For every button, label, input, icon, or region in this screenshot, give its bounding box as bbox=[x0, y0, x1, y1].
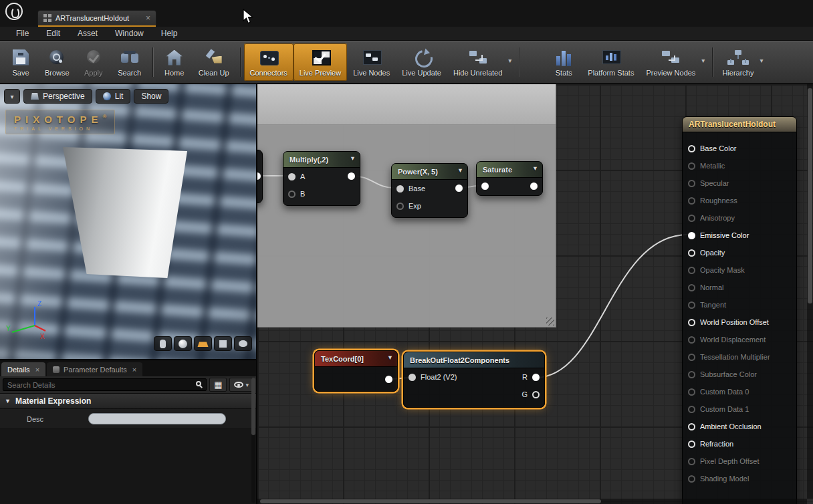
details-scrollbar[interactable] bbox=[251, 378, 255, 503]
graph-horizontal-scrollbar[interactable] bbox=[257, 499, 807, 504]
output-pin-g[interactable] bbox=[532, 391, 540, 398]
show-button[interactable]: Show bbox=[134, 89, 168, 104]
node-header[interactable]: BreakOutFloat2Components bbox=[404, 352, 544, 368]
pin-circle[interactable] bbox=[688, 249, 695, 257]
result-pin[interactable]: Pixel Depth Offset bbox=[683, 453, 796, 470]
power-node[interactable]: Power(X, 5) Base Exp bbox=[391, 163, 468, 218]
clipped-node[interactable] bbox=[257, 150, 263, 203]
output-pin[interactable] bbox=[385, 376, 392, 383]
result-pin[interactable]: Tangent bbox=[683, 296, 796, 313]
pin-circle[interactable] bbox=[688, 388, 695, 396]
cleanup-button[interactable]: Clean Up bbox=[193, 43, 235, 81]
texcoord-node[interactable]: TexCoord[0] bbox=[314, 350, 398, 392]
result-pin[interactable]: Refraction bbox=[683, 435, 796, 453]
node-header[interactable]: TexCoord[0] bbox=[315, 351, 397, 367]
breakout-float2-node[interactable]: BreakOutFloat2Components Float2 (V2) R G bbox=[403, 352, 545, 408]
connectors-button[interactable]: Connectors bbox=[244, 43, 294, 81]
scrollbar-thumb[interactable] bbox=[260, 499, 601, 503]
teapot-shape-button[interactable] bbox=[234, 336, 252, 351]
menu-item[interactable]: Edit bbox=[38, 27, 68, 39]
search-button[interactable]: Search bbox=[112, 43, 148, 81]
input-pin-base[interactable] bbox=[396, 185, 404, 193]
plane-shape-button[interactable] bbox=[194, 336, 212, 351]
live-nodes-button[interactable]: Live Nodes bbox=[347, 43, 396, 81]
node-header[interactable]: Saturate bbox=[477, 162, 542, 178]
pin-circle[interactable] bbox=[688, 458, 695, 465]
menu-item[interactable]: File bbox=[8, 27, 37, 39]
result-pin[interactable]: World Displacement bbox=[683, 331, 796, 348]
pin-circle[interactable] bbox=[688, 267, 695, 274]
pin-circle[interactable] bbox=[688, 162, 695, 170]
stats-button[interactable]: Stats bbox=[546, 43, 582, 81]
input-pin-a[interactable] bbox=[288, 173, 296, 180]
result-pin[interactable]: World Position Offset bbox=[683, 313, 796, 331]
pin-circle[interactable] bbox=[688, 232, 695, 239]
input-pin-b[interactable] bbox=[288, 191, 296, 198]
preview-nodes-button[interactable]: Preview Nodes bbox=[640, 43, 707, 81]
live-preview-button[interactable]: Live Preview bbox=[294, 43, 347, 81]
output-pin[interactable] bbox=[348, 172, 355, 180]
result-pin[interactable]: Subsurface Color bbox=[683, 366, 796, 383]
node-header[interactable]: Multiply(,2) bbox=[283, 152, 360, 168]
material-expression-section-header[interactable]: ▼ Material Expression bbox=[0, 394, 256, 409]
result-pin[interactable]: Custom Data 0 bbox=[683, 383, 796, 400]
output-pin-r[interactable] bbox=[532, 374, 540, 381]
cube-shape-button[interactable] bbox=[214, 336, 232, 351]
pin-circle[interactable] bbox=[688, 301, 695, 309]
home-button[interactable]: Home bbox=[156, 43, 193, 81]
input-pin-float2[interactable] bbox=[409, 374, 416, 381]
tab-details[interactable]: Details × bbox=[1, 362, 45, 376]
saturate-node[interactable]: Saturate bbox=[476, 161, 543, 196]
resize-handle-icon[interactable] bbox=[546, 318, 554, 326]
result-pin[interactable]: Opacity bbox=[683, 244, 796, 261]
save-button[interactable]: Save bbox=[3, 43, 39, 81]
material-graph-canvas[interactable]: Multiply(,2) A B Power(X, 5) Base Exp Sa… bbox=[257, 84, 813, 504]
lit-button[interactable]: Lit bbox=[96, 89, 131, 104]
tab-parameter-defaults[interactable]: Parameter Defaults × bbox=[47, 362, 142, 376]
cylinder-shape-button[interactable] bbox=[154, 336, 172, 351]
pin-circle[interactable] bbox=[688, 475, 695, 483]
result-pin[interactable]: Normal bbox=[683, 279, 796, 296]
result-pin[interactable]: Tessellation Multiplier bbox=[683, 348, 796, 366]
scrollbar-thumb[interactable] bbox=[808, 88, 812, 303]
collapse-caret-icon[interactable] bbox=[350, 155, 356, 162]
pin-circle[interactable] bbox=[688, 440, 695, 448]
result-pin[interactable]: Base Color bbox=[683, 140, 796, 157]
result-pin[interactable]: Opacity Mask bbox=[683, 261, 796, 279]
platform-stats-button[interactable]: Platform Stats bbox=[582, 43, 640, 81]
node-header[interactable]: ARTranslucentHoldout bbox=[683, 117, 796, 132]
perspective-button[interactable]: Perspective bbox=[23, 89, 92, 104]
input-pin-exp[interactable] bbox=[396, 203, 404, 210]
viewport-options-button[interactable]: ▾ bbox=[4, 89, 20, 104]
menu-item[interactable]: Window bbox=[107, 27, 152, 39]
tab-close-button[interactable]: × bbox=[132, 366, 136, 374]
pin-circle[interactable] bbox=[688, 354, 695, 361]
result-pin[interactable]: Shading Model bbox=[683, 470, 796, 487]
result-pin[interactable]: Specular bbox=[683, 174, 796, 192]
graph-vertical-scrollbar[interactable] bbox=[807, 84, 813, 499]
result-pin[interactable]: Custom Data 1 bbox=[683, 400, 796, 418]
menu-item[interactable]: Asset bbox=[70, 27, 106, 39]
output-pin[interactable] bbox=[530, 182, 538, 190]
pin-circle[interactable] bbox=[688, 423, 695, 430]
sphere-shape-button[interactable] bbox=[174, 336, 192, 351]
pin-circle[interactable] bbox=[688, 197, 695, 205]
material-result-node[interactable]: ARTranslucentHoldout Base Color Metallic… bbox=[682, 116, 797, 504]
output-pin[interactable] bbox=[455, 184, 463, 192]
preview-viewport[interactable]: ▾ Perspective Lit Show PIXOTOPE® TRIAL V… bbox=[0, 84, 256, 359]
search-details-input[interactable] bbox=[3, 378, 207, 391]
collapse-caret-icon[interactable] bbox=[387, 354, 393, 361]
pin-circle[interactable] bbox=[688, 406, 695, 413]
desc-input[interactable] bbox=[88, 413, 226, 424]
apply-button[interactable]: Apply bbox=[76, 43, 112, 81]
display-filter-button[interactable]: ▦ bbox=[209, 378, 227, 392]
pin-circle[interactable] bbox=[688, 284, 695, 291]
result-pin[interactable]: Anisotropy bbox=[683, 209, 796, 227]
tab-close-button[interactable]: × bbox=[146, 13, 150, 23]
pin-circle[interactable] bbox=[688, 336, 695, 344]
result-pin[interactable]: Emissive Color bbox=[683, 227, 796, 244]
pin-circle[interactable] bbox=[688, 371, 695, 378]
hierarchy-button[interactable]: Hierarchy bbox=[716, 43, 766, 81]
input-pin[interactable] bbox=[481, 182, 489, 190]
multiply-node[interactable]: Multiply(,2) A B bbox=[283, 151, 360, 206]
